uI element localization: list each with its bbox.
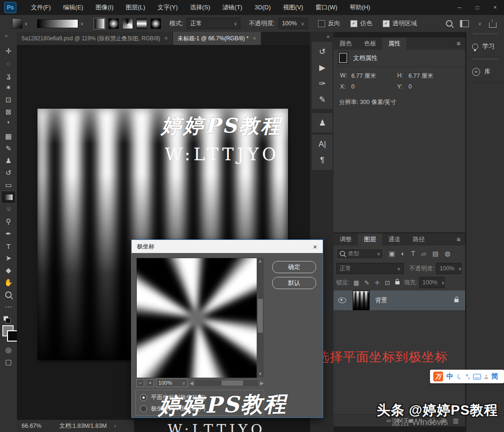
scrollbar-thumb[interactable] — [222, 380, 243, 386]
clone-stamp-tool-icon[interactable]: ♟ — [1, 155, 15, 167]
tab-layers[interactable]: 图层 — [358, 233, 382, 246]
history-panel-icon[interactable]: ↺ — [314, 44, 331, 60]
default-button[interactable]: 默认 — [272, 277, 316, 289]
user-icon[interactable] — [484, 377, 488, 379]
dialog-close-icon[interactable]: × — [313, 243, 317, 251]
panel-menu-icon[interactable]: ≡ — [457, 37, 460, 50]
ime-simplified-toggle[interactable]: 简 — [491, 372, 498, 381]
layer-thumbnail[interactable] — [353, 290, 370, 310]
radio-button-icon[interactable] — [140, 405, 147, 412]
smudge-tool-icon[interactable]: ☟ — [1, 203, 15, 216]
menu-edit[interactable]: 编辑(E) — [57, 0, 89, 15]
move-tool-icon[interactable]: ✛ — [1, 45, 15, 57]
scroll-down-icon[interactable]: ▼ — [257, 372, 264, 376]
libraries-panel-button[interactable]: ∞ 库 — [467, 61, 504, 82]
linear-gradient-icon[interactable] — [94, 18, 105, 29]
menu-window[interactable]: 窗口(W) — [309, 0, 343, 15]
pixel-layer-filter-icon[interactable]: ▣ — [389, 250, 395, 257]
magic-wand-tool-icon[interactable]: ✶ — [1, 82, 15, 94]
moon-icon[interactable]: ☾ — [456, 372, 464, 381]
dodge-tool-icon[interactable]: ⚲ — [1, 216, 15, 228]
width-value[interactable]: 6.77 厘米 — [351, 72, 376, 80]
lock-pixels-icon[interactable]: ✎ — [364, 279, 370, 286]
reverse-checkbox-box[interactable]: ✓ — [318, 20, 325, 27]
tab-paths[interactable]: 路径 — [407, 233, 431, 246]
radial-gradient-icon[interactable] — [108, 18, 119, 29]
filter-toggle-icon[interactable]: ◍ — [445, 250, 450, 257]
menu-file[interactable]: 文件(F) — [25, 0, 57, 15]
crop-tool-icon[interactable]: ⊡ — [1, 94, 15, 106]
frame-tool-icon[interactable]: ⊠ — [1, 106, 15, 118]
brush-tool-icon[interactable]: ✎ — [1, 142, 15, 155]
shape-tool-icon[interactable]: ◆ — [1, 264, 15, 276]
zoom-out-button[interactable]: − — [136, 379, 144, 387]
layer-visibility-eye-icon[interactable] — [338, 298, 346, 303]
scrollbar-thumb[interactable] — [258, 299, 263, 333]
hand-tool-icon[interactable]: ✋ — [1, 276, 15, 289]
zoom-level-field[interactable]: 66.67% — [22, 423, 41, 429]
maximize-button[interactable]: □ — [468, 0, 486, 15]
learn-panel-button[interactable]: 学习 — [467, 36, 504, 57]
dither-checkbox[interactable]: ✓ 仿色 — [350, 19, 372, 28]
scroll-right-icon[interactable]: ▶ — [260, 380, 264, 386]
healing-tool-icon[interactable]: ▦ — [1, 130, 15, 142]
zoom-tool-icon[interactable] — [1, 289, 15, 301]
lasso-tool-icon[interactable]: ʓ — [1, 69, 15, 82]
collapse-panels-icon[interactable]: « — [326, 33, 330, 40]
tab-adjustments[interactable]: 调整 — [334, 233, 358, 246]
clone-source-panel-icon[interactable]: ♟ — [314, 115, 331, 131]
toolbar-expand-icon[interactable]: » — [5, 33, 7, 38]
menu-type[interactable]: 文字(Y) — [151, 0, 184, 15]
gradient-picker-chevron-icon[interactable]: ∨ — [80, 21, 83, 26]
marquee-tool-icon[interactable]: ◌ — [1, 57, 15, 69]
lock-position-icon[interactable]: ✛ — [375, 279, 380, 286]
lock-all-icon[interactable] — [395, 281, 400, 284]
keyboard-icon[interactable] — [473, 374, 481, 380]
more-tools-icon[interactable]: ⋯ — [1, 301, 15, 313]
menu-layer[interactable]: 图层(L) — [119, 0, 151, 15]
scroll-left-icon[interactable]: ◀ — [190, 380, 193, 386]
type-tool-icon[interactable]: T — [1, 240, 15, 252]
menu-help[interactable]: 帮助(H) — [343, 0, 376, 15]
opacity-select[interactable]: 100% ∨ — [279, 18, 308, 29]
panel-menu-icon[interactable]: ≡ — [457, 233, 460, 246]
layer-fill-select[interactable]: 100% ∨ — [419, 277, 445, 288]
zoom-in-button[interactable]: + — [146, 379, 154, 387]
height-value[interactable]: 6.77 厘米 — [408, 72, 433, 80]
actions-panel-icon[interactable]: ▶ — [314, 60, 331, 75]
quick-mask-icon[interactable]: ◎ — [1, 344, 15, 356]
close-tab-icon[interactable]: × — [253, 35, 256, 42]
reverse-checkbox[interactable]: ✓ 反向 — [318, 19, 340, 28]
brush-settings-panel-icon[interactable]: ✑ — [314, 75, 331, 91]
tab-swatches[interactable]: 色板 — [358, 37, 382, 50]
dialog-title-bar[interactable]: 极坐标 × — [132, 240, 323, 253]
minimize-button[interactable]: ─ — [451, 0, 468, 15]
layer-name[interactable]: 背景 — [375, 296, 387, 305]
adjustment-layer-filter-icon[interactable]: ◐ — [401, 250, 405, 257]
menu-select[interactable]: 选择(S) — [184, 0, 216, 15]
brushes-panel-icon[interactable]: ✎ — [314, 91, 331, 107]
layer-lock-icon[interactable] — [454, 299, 459, 302]
close-button[interactable]: × — [486, 0, 504, 15]
layer-row-background[interactable]: 背景 — [334, 290, 465, 310]
pen-tool-icon[interactable]: ✒ — [1, 228, 15, 240]
ime-logo-icon[interactable]: 万 — [433, 372, 443, 381]
blend-mode-select[interactable]: 正常 ∨ — [187, 18, 240, 29]
layer-opacity-select[interactable]: 100% ∨ — [436, 263, 461, 274]
layer-blend-mode-select[interactable]: 正常 ∨ — [336, 263, 404, 274]
transparency-checkbox[interactable]: ✓ 透明区域 — [383, 19, 417, 28]
lock-transparency-icon[interactable]: ▦ — [353, 279, 359, 286]
type-layer-filter-icon[interactable]: T — [411, 250, 415, 257]
shape-layer-filter-icon[interactable]: ▱ — [421, 250, 426, 257]
screen-mode-icon[interactable]: ▢ — [1, 356, 15, 368]
x-value[interactable]: 0 — [351, 83, 355, 90]
preview-horizontal-scrollbar[interactable] — [195, 380, 259, 386]
scroll-up-icon[interactable]: ▲ — [257, 259, 264, 263]
character-panel-icon[interactable]: A| — [314, 136, 331, 152]
reflected-gradient-icon[interactable] — [136, 18, 147, 29]
path-select-tool-icon[interactable]: ➤ — [1, 252, 15, 264]
document-tab-2[interactable]: 未标题-1 @ 66.7%(RGB/8) * × — [173, 32, 261, 45]
dither-checkbox-box[interactable]: ✓ — [350, 20, 357, 27]
close-tab-icon[interactable]: × — [164, 35, 168, 42]
lock-artboard-icon[interactable]: ⊡ — [385, 279, 390, 286]
